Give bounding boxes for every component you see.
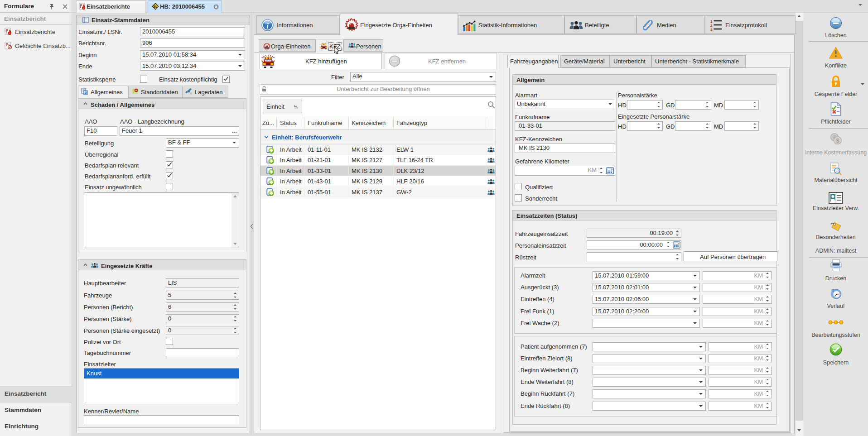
svg-text:EL: EL	[154, 5, 158, 8]
svg-text:i: i	[266, 22, 269, 30]
svg-text:$: $	[836, 138, 839, 144]
svg-text:3: 3	[710, 28, 713, 31]
svg-text:2: 2	[710, 24, 713, 28]
svg-text:1: 1	[710, 19, 713, 24]
svg-text:i: i	[85, 91, 86, 94]
